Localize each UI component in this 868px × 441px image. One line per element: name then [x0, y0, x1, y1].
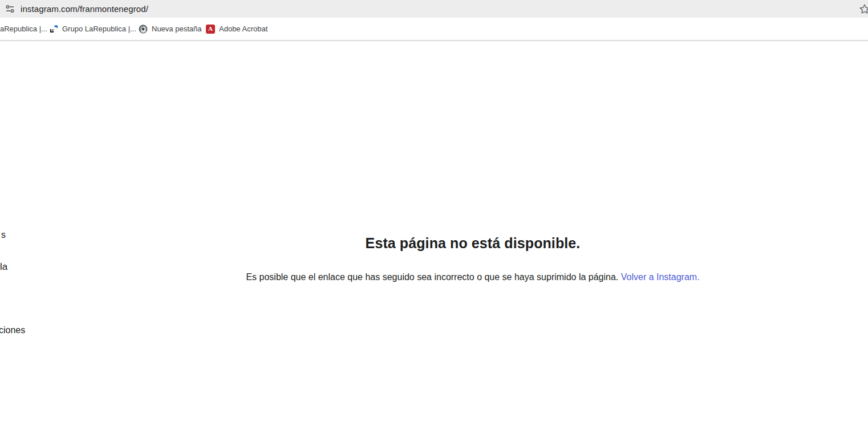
svg-text:c: c: [52, 26, 54, 32]
error-title: Esta página no está disponible.: [246, 235, 699, 252]
sidebar-label-fragment[interactable]: s: [1, 230, 6, 240]
browser-toolbar: instagram.com/franmontenegrod/: [0, 0, 868, 18]
chrome-logo-icon: [139, 25, 148, 34]
bookmark-grupo-larepublica[interactable]: c Grupo LaRepublica |...: [49, 18, 136, 40]
bookmark-larepublica-clipped[interactable]: aRepublica |...: [0, 18, 47, 40]
volver-a-instagram-link[interactable]: Volver a Instagram.: [621, 272, 700, 282]
error-block: Esta página no está disponible. Es posib…: [246, 235, 699, 282]
site-controls-tune-icon[interactable]: [5, 4, 15, 14]
sidebar-label-fragment[interactable]: ciones: [0, 325, 25, 335]
bookmark-label: aRepublica |...: [0, 25, 47, 33]
page-content: s la ciones Esta página no está disponib…: [0, 42, 868, 441]
error-message: Es posible que el enlace que has seguido…: [246, 272, 699, 282]
bookmarks-bar: aRepublica |... c Grupo LaRepublica |...…: [0, 18, 868, 40]
bookmark-star-icon[interactable]: [858, 3, 868, 15]
bookmark-label: Nueva pestaña: [152, 25, 201, 33]
larepublica-favicon-icon: c: [49, 25, 58, 34]
error-message-text: Es posible que el enlace que has seguido…: [246, 272, 618, 282]
sidebar-label-fragment[interactable]: la: [0, 261, 7, 273]
bookmark-label: Grupo LaRepublica |...: [62, 25, 136, 33]
bookmark-label: Adobe Acrobat: [219, 25, 267, 33]
bookmark-nueva-pestana[interactable]: Nueva pestaña: [139, 18, 201, 40]
bookmark-adobe-acrobat[interactable]: A Adobe Acrobat: [206, 18, 267, 40]
address-bar-url[interactable]: instagram.com/franmontenegrod/: [21, 4, 148, 14]
adobe-acrobat-icon: A: [206, 25, 215, 34]
